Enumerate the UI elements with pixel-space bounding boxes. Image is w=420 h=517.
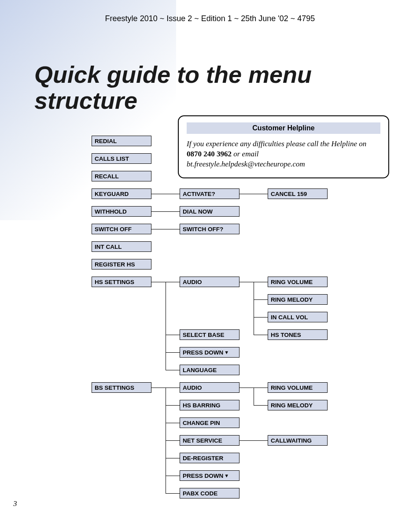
menu-calls-list: CALLS LIST xyxy=(92,153,151,164)
connector xyxy=(254,388,254,405)
connector xyxy=(166,423,180,423)
connector xyxy=(166,405,180,406)
menu-register-hs: REGISTER HS xyxy=(92,259,151,270)
helpline-text: If you experience any difficulties pleas… xyxy=(187,139,380,170)
helpline-phone: 0870 240 3962 xyxy=(187,150,232,158)
menu-recall: RECALL xyxy=(92,171,151,181)
triangle-down-icon: ▼ xyxy=(224,473,229,478)
menu-activate: ACTIVATE? xyxy=(180,188,239,199)
menu-bs-ring-volume: RING VOLUME xyxy=(268,382,328,393)
menu-hs-tones: HS TONES xyxy=(268,329,328,340)
menu-keyguard: KEYGUARD xyxy=(92,188,151,199)
helpline-box: Customer Helpline If you experience any … xyxy=(178,115,389,178)
document-header: Freestyle 2010 ~ Issue 2 ~ Edition 1 ~ 2… xyxy=(0,14,420,23)
menu-hs-audio: AUDIO xyxy=(180,277,239,287)
connector xyxy=(254,405,268,406)
connector xyxy=(254,299,268,300)
connector xyxy=(254,282,254,335)
connector xyxy=(151,211,180,212)
triangle-down-icon: ▼ xyxy=(224,350,229,355)
menu-bs-audio: AUDIO xyxy=(180,382,239,393)
connector xyxy=(166,476,180,476)
menu-net-service: NET SERVICE xyxy=(180,435,239,446)
menu-switch-off-q: SWITCH OFF? xyxy=(180,224,239,234)
connector xyxy=(166,282,166,370)
page-title: Quick guide to the menu structure xyxy=(34,62,420,114)
connector xyxy=(166,335,180,335)
menu-ring-melody: RING MELODY xyxy=(268,294,328,305)
menu-bs-settings: BS SETTINGS xyxy=(92,382,151,393)
connector xyxy=(166,493,180,494)
menu-hs-settings: HS SETTINGS xyxy=(92,277,151,287)
connector xyxy=(151,229,180,229)
helpline-text-before: If you experience any difficulties pleas… xyxy=(187,140,366,148)
menu-switch-off: SWITCH OFF xyxy=(92,224,151,234)
helpline-text-mid: or email xyxy=(232,150,258,158)
connector xyxy=(166,440,180,441)
connector xyxy=(254,317,268,318)
page-number: 3 xyxy=(13,499,17,508)
menu-select-base: SELECT BASE xyxy=(180,329,239,340)
menu-change-pin: CHANGE PIN xyxy=(180,417,239,428)
menu-withhold: WITHHOLD xyxy=(92,206,151,217)
menu-press-down: PRESS DOWN▼ xyxy=(180,347,239,358)
menu-callwaiting: CALLWAITING xyxy=(268,435,328,446)
menu-dial-now: DIAL NOW xyxy=(180,206,239,217)
menu-redial: REDIAL xyxy=(92,136,151,146)
connector xyxy=(254,335,268,335)
menu-de-register: DE-REGISTER xyxy=(180,453,239,463)
menu-bs-press-down: PRESS DOWN▼ xyxy=(180,470,239,481)
connector xyxy=(166,370,180,370)
menu-int-call: INT CALL xyxy=(92,241,151,252)
menu-in-call-vol: IN CALL VOL xyxy=(268,312,328,322)
connector xyxy=(239,440,268,441)
menu-ring-volume: RING VOLUME xyxy=(268,277,328,287)
connector xyxy=(166,352,180,353)
connector xyxy=(239,194,268,194)
helpline-email: bt.freestyle.helpdesk@vtecheurope.com xyxy=(187,160,305,168)
connector xyxy=(151,194,180,194)
menu-bs-ring-melody: RING MELODY xyxy=(268,400,328,410)
helpline-header: Customer Helpline xyxy=(187,122,380,134)
menu-hs-barring: HS BARRING xyxy=(180,400,239,410)
connector xyxy=(166,458,180,458)
menu-pabx-code: PABX CODE xyxy=(180,488,239,499)
menu-cancel-159: CANCEL 159 xyxy=(268,188,328,199)
menu-language: LANGUAGE xyxy=(180,365,239,375)
